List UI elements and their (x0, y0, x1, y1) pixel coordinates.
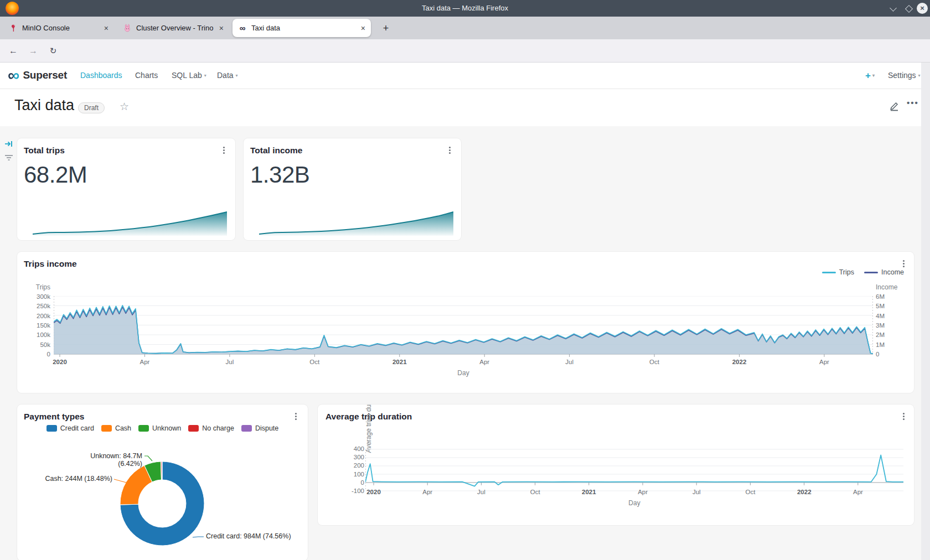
x-tick-label: Apr (131, 359, 158, 365)
superset-logo[interactable]: ∞ Superset (8, 67, 67, 84)
kebab-menu-icon[interactable] (898, 411, 908, 421)
minio-flamingo-icon (9, 24, 18, 33)
tab-close-icon[interactable]: × (219, 24, 224, 32)
legend-item-credit-card[interactable]: Credit card (46, 424, 94, 432)
income-line-swatch (864, 272, 878, 273)
tab-trino-cluster-overview[interactable]: Cluster Overview - Trino × (117, 17, 229, 39)
minimize-button[interactable] (889, 4, 898, 13)
x-tick-label: Apr (414, 489, 441, 495)
browser-toolbar: ← → ↻ 172.18.0.4:32295/superset/dashboar… (0, 39, 930, 63)
tick-label: 2M (876, 331, 900, 338)
kebab-menu-icon[interactable] (898, 258, 908, 268)
kebab-menu-icon[interactable] (291, 411, 301, 421)
tick-label: 100k (20, 331, 50, 338)
card-total-income: Total income 1.32B (244, 138, 461, 240)
chart-legend: Trips Income (822, 268, 904, 276)
tick-label: 150k (20, 322, 50, 329)
x-tick-label: 2020 (360, 489, 388, 495)
x-axis-title: Day (607, 499, 662, 507)
page-scrollbar[interactable] (921, 63, 930, 560)
chart-title: Total trips (24, 146, 65, 155)
metric-value: 1.32B (250, 162, 309, 188)
forward-button[interactable]: → (27, 44, 40, 58)
new-item-button[interactable]: +▾ (865, 63, 875, 89)
tick-label: 200k (20, 313, 50, 319)
maximize-button[interactable] (905, 4, 913, 13)
x-tick-label: Oct (640, 359, 668, 365)
metric-value: 68.2M (24, 162, 87, 188)
window-title: Taxi data — Mozilla Firefox (0, 0, 930, 17)
callout-unknown: Unknown: 84.7M (6.42%) (70, 452, 142, 468)
legend-item-no-charge[interactable]: No charge (188, 424, 234, 432)
tick-label: 1M (876, 341, 900, 348)
tick-label: 6M (876, 293, 900, 300)
trips-income-plot[interactable] (54, 296, 873, 358)
edit-dashboard-icon[interactable] (888, 100, 900, 112)
tab-minio-console[interactable]: MinIO Console × (3, 17, 114, 39)
tick-label: 4M (876, 313, 900, 319)
chevron-down-icon: ▾ (872, 73, 875, 78)
x-tick-label: 2020 (46, 359, 74, 365)
tick-label: 300 (337, 454, 364, 460)
card-payment-types: Payment types Credit card Cash Unknown N… (17, 405, 308, 560)
x-tick-label: Apr (844, 489, 872, 495)
tick-label: 5M (876, 303, 900, 309)
x-tick-label: Oct (521, 489, 549, 495)
chevron-down-icon: ▾ (204, 73, 206, 78)
chevron-down-icon: ▾ (236, 73, 238, 78)
tick-label: 3M (876, 322, 900, 329)
x-tick-label: Oct (737, 489, 764, 495)
tick-label: 250k (20, 303, 50, 309)
total-income-sparkline[interactable] (259, 210, 453, 236)
nav-item-dashboards[interactable]: Dashboards (80, 63, 122, 89)
x-tick-label: Apr (629, 489, 657, 495)
chevron-down-icon: ▾ (918, 73, 921, 78)
card-trips-income: Trips income Trips Income Trips Income 3… (17, 252, 914, 393)
legend-item-income[interactable]: Income (864, 268, 904, 276)
x-tick-label: 2022 (790, 489, 818, 495)
tab-taxi-data-active[interactable]: ∞ Taxi data × (232, 19, 371, 37)
tick-label: 300k (20, 293, 50, 300)
superset-brand-name: Superset (23, 69, 67, 81)
x-tick-label: 2022 (726, 359, 753, 365)
right-axis-ticks: 6M5M4M3M2M1M0 (876, 293, 900, 357)
tab-title: Taxi data (251, 24, 356, 32)
legend-item-dispute[interactable]: Dispute (241, 424, 278, 432)
total-trips-sparkline[interactable] (33, 210, 227, 236)
chart-legend: Credit card Cash Unknown No charge Dispu… (17, 424, 308, 432)
kebab-menu-icon[interactable] (219, 145, 229, 155)
reload-button[interactable]: ↻ (46, 44, 60, 58)
kebab-menu-icon[interactable] (445, 145, 454, 155)
back-button[interactable]: ← (7, 44, 20, 58)
tab-bar: MinIO Console × Cluster Overview - Trino… (0, 17, 930, 39)
card-total-trips: Total trips 68.2M (17, 138, 235, 240)
x-axis-title: Day (436, 369, 491, 377)
legend-item-unknown[interactable]: Unknown (138, 424, 181, 432)
nav-item-settings[interactable]: Settings▾ (888, 63, 921, 89)
close-window-button[interactable]: × (917, 3, 928, 14)
tab-close-icon[interactable]: × (361, 24, 365, 32)
right-axis-title: Income (876, 283, 897, 291)
new-tab-button[interactable]: + (379, 21, 393, 35)
tab-close-icon[interactable]: × (104, 24, 108, 32)
filter-icon[interactable] (4, 154, 13, 162)
favorite-star-icon[interactable]: ☆ (120, 100, 129, 113)
left-axis-ticks: 300k250k200k150k100k50k0 (20, 293, 50, 357)
tick-label: 200 (337, 462, 364, 469)
tick-label: 400 (337, 445, 364, 452)
tick-label: 0 (876, 351, 900, 357)
tick-label: 0 (337, 479, 364, 486)
expand-filter-bar-icon[interactable] (4, 139, 13, 148)
legend-item-trips[interactable]: Trips (822, 268, 854, 276)
legend-item-cash[interactable]: Cash (101, 424, 131, 432)
chart-title: Trips income (24, 259, 77, 269)
superset-infinity-logo-icon: ∞ (8, 67, 19, 84)
tick-label: 100 (337, 471, 364, 478)
nav-item-sql-lab[interactable]: SQL Lab▾ (172, 63, 206, 89)
dashboard-menu-icon[interactable]: ••• (907, 98, 919, 107)
payment-types-donut[interactable] (17, 435, 308, 560)
nav-item-charts[interactable]: Charts (135, 63, 158, 89)
nav-item-data[interactable]: Data▾ (217, 63, 238, 89)
superset-infinity-icon: ∞ (238, 24, 247, 33)
dashboard-grid: Total trips 68.2M Total income 1.32B Tri… (0, 126, 930, 560)
